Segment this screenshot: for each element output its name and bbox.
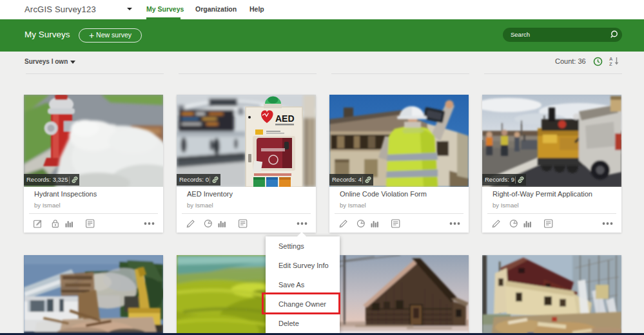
svg-text:Z: Z	[609, 61, 612, 66]
svg-text:AED: AED	[275, 113, 295, 124]
